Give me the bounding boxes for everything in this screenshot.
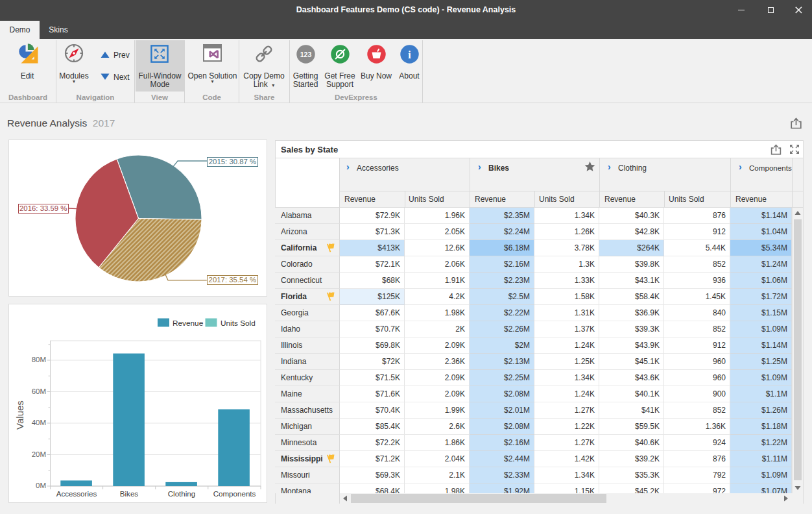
svg-text:123: 123 xyxy=(300,51,312,58)
svg-text:i: i xyxy=(408,49,411,60)
